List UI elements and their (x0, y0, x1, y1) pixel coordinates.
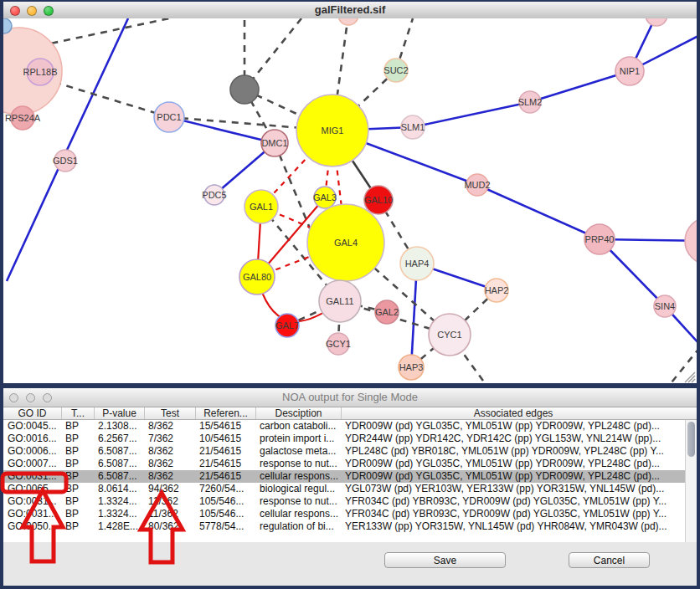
cell-reference: 21/54615 (195, 445, 255, 458)
node-label-pdc1: PDC1 (157, 112, 181, 122)
cell-p-value: 1.428E... (94, 520, 144, 533)
node-top-right-node[interactable] (646, 18, 667, 26)
table-row[interactable]: GO:0016...BP6.2567...7/36210/54615protei… (3, 433, 697, 445)
edge-blue[interactable] (477, 185, 600, 239)
cell-go-id: GO:0031... (3, 508, 61, 520)
node-label-gal10: GAL10 (364, 195, 393, 205)
edge-blue[interactable] (413, 102, 530, 127)
node-label-mud2: MUD2 (464, 180, 490, 190)
results-table: GO:0045...BP2.1308...8/36215/54615carbon… (3, 420, 697, 542)
network-window-title: galFiltered.sif (3, 3, 697, 16)
cell-description: protein import i... (255, 433, 341, 445)
node-label-mig1: MIG1 (322, 125, 344, 136)
node-label-suc2: SUC2 (383, 65, 408, 75)
node-label-gal80: GAL80 (243, 272, 271, 282)
cell-go-id: GO:0050... (3, 520, 61, 533)
cell-type: BP (61, 508, 94, 520)
cell-test: 8/362 (144, 445, 195, 458)
node-msl[interactable] (685, 218, 697, 264)
column-header-description[interactable]: Desciption (255, 407, 341, 419)
cell-associated-edges: YPL248C (pd) YBR018C, YML051W (pp) YDR00… (341, 445, 685, 458)
cell-description: biological regul... (255, 483, 341, 495)
network-window-titlebar[interactable]: galFiltered.sif (3, 2, 697, 19)
cell-reference: 21/54615 (195, 470, 255, 483)
cell-type: BP (61, 495, 94, 508)
cell-type: BP (61, 458, 94, 470)
cell-go-id: GO:0045... (3, 420, 61, 433)
save-button[interactable]: Save (384, 552, 506, 568)
cell-associated-edges: YDR009W (pd) YGL035C, YML051W (pp) YDR00… (341, 458, 685, 470)
cell-p-value: 6.5087... (94, 445, 144, 458)
cell-test: 8/362 (144, 458, 195, 470)
cancel-button[interactable]: Cancel (569, 552, 650, 568)
table-row[interactable]: GO:0007...BP6.5087...8/36221/54615respon… (3, 458, 697, 470)
table-scrollbar[interactable] (685, 420, 697, 542)
table-row[interactable]: GO:0031...BP1.3324...11/362105/546...res… (3, 495, 697, 508)
node-label-gal3: GAL3 (313, 192, 337, 202)
column-header-reference[interactable]: Referen... (195, 407, 255, 419)
cell-test: 94/362 (144, 483, 195, 495)
column-header-go-id[interactable]: GO ID (3, 407, 61, 419)
table-row[interactable]: GO:0031...BP6.5087...8/36221/54615cellul… (3, 470, 697, 483)
cell-associated-edges: YGL073W (pd) YER103W, YER133W (pp) YOR31… (341, 483, 685, 495)
edge-blue[interactable] (530, 71, 630, 102)
cell-reference: 21/54615 (195, 458, 255, 470)
node-label-gal4: GAL4 (334, 238, 358, 248)
cell-description: cellular respons... (255, 508, 341, 520)
cell-description: carbon cataboli... (255, 420, 341, 433)
node-label-dmc1: DMC1 (261, 138, 287, 148)
table-row[interactable]: GO:0031...BP1.3324...11/362105/546...cel… (3, 508, 697, 520)
node-label-rps24a: RPS24A (5, 113, 41, 123)
noa-window-title: NOA output for Single Mode (3, 391, 697, 403)
node-label-hap3: HAP3 (399, 362, 424, 372)
cell-reference: 15/54615 (195, 420, 255, 433)
cell-p-value: 1.3324... (94, 508, 144, 520)
scrollbar-thumb[interactable] (687, 422, 695, 457)
table-row[interactable]: GO:0006...BP6.5087...8/36221/54615galact… (3, 445, 697, 458)
resize-grip[interactable] (688, 376, 695, 382)
cell-test: 8/362 (144, 470, 195, 483)
cell-go-id: GO:0065... (3, 483, 61, 495)
cell-test: 80/362 (144, 520, 195, 533)
table-row[interactable]: GO:0065...BP8.0614...94/3627260/54...bio… (3, 483, 697, 495)
cell-test: 8/362 (144, 420, 195, 433)
node-label-gcy1: GCY1 (326, 339, 351, 349)
node-corner-blue-node[interactable] (3, 18, 12, 33)
node-label-pdc5: PDC5 (202, 190, 226, 200)
cell-type: BP (61, 433, 94, 445)
resize-grip[interactable] (692, 379, 695, 382)
node-label-sin4: SIN4 (655, 301, 675, 311)
column-header-test[interactable]: Test (144, 407, 195, 419)
table-row[interactable]: GO:0045...BP2.1308...8/36215/54615carbon… (3, 420, 697, 433)
node-gray-node[interactable] (230, 75, 259, 104)
screenshot-root: galFiltered.sif RPL18BRPS24AGDS1PDC1DMC1… (0, 0, 700, 589)
column-header-type[interactable]: T... (61, 407, 94, 419)
cell-p-value: 6.5087... (94, 470, 144, 483)
node-label-gal2: GAL2 (375, 307, 399, 317)
node-label-hap4: HAP4 (405, 259, 430, 269)
cell-type: BP (61, 470, 94, 483)
cell-type: BP (61, 483, 94, 495)
cell-associated-edges: YFR034C (pd) YBR093C, YDR009W (pd) YGL03… (341, 508, 685, 520)
cell-test: 7/362 (144, 433, 195, 445)
table-header-row: GO IDT...P-valueTestReferen...Desciption… (3, 407, 697, 420)
cell-type: BP (61, 520, 94, 533)
cell-p-value: 6.2567... (94, 433, 144, 445)
table-row[interactable]: GO:0050...BP1.428E...80/3625778/54...reg… (3, 520, 697, 533)
cell-reference: 5778/54... (195, 520, 255, 533)
noa-window-titlebar[interactable]: NOA output for Single Mode (3, 388, 697, 407)
cell-go-id: GO:0031... (3, 495, 61, 508)
node-top-edge-node[interactable] (338, 18, 358, 25)
cell-description: response to nut... (255, 458, 341, 470)
column-header-p-value[interactable]: P-value (94, 407, 144, 419)
cell-go-id: GO:0031... (3, 470, 61, 483)
cell-description: cellular respons... (255, 470, 341, 483)
cell-associated-edges: YER133W (pp) YOR315W, YNL145W (pd) YHR08… (341, 520, 685, 533)
cell-p-value: 1.3324... (94, 495, 144, 508)
column-header-associated-edges[interactable]: Associated edges (341, 407, 685, 419)
edge-blue[interactable] (63, 18, 128, 159)
network-canvas[interactable]: RPL18BRPS24AGDS1PDC1DMC1MIG1SUC2SLM1SLM2… (3, 18, 697, 383)
edge-blue[interactable] (7, 159, 63, 281)
node-label-gds1: GDS1 (53, 156, 78, 166)
node-label-nip1: NIP1 (620, 66, 640, 76)
